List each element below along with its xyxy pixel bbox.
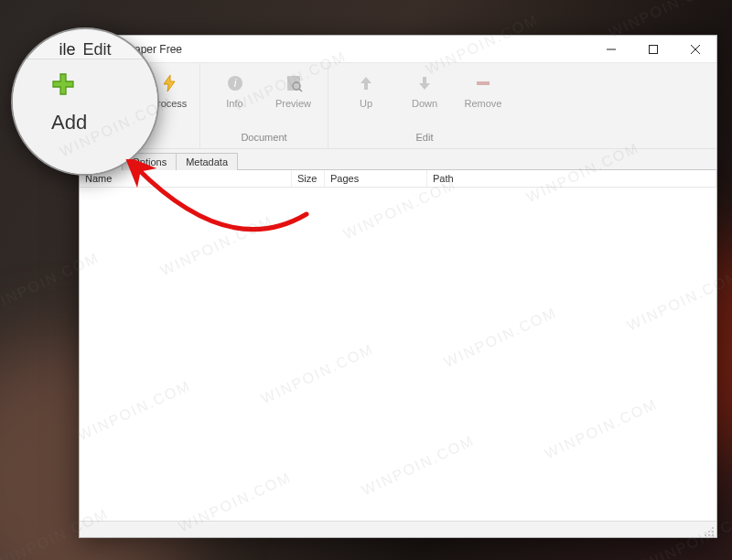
status-bar [80,521,716,537]
svg-point-10 [712,527,714,529]
col-name[interactable]: Name [80,170,292,187]
svg-point-12 [712,531,714,533]
info-label: Info [226,98,242,109]
remove-button[interactable]: Remove [454,72,512,109]
maximize-button[interactable] [632,36,674,63]
app-window: - PDF Shaper Free Add [79,35,717,538]
group-edit-label: Edit [416,128,434,148]
title-bar: - PDF Shaper Free [80,36,716,63]
svg-rect-9 [477,81,490,85]
svg-point-13 [705,534,706,536]
svg-point-15 [712,534,714,536]
mag-menu-edit: Edit [82,40,111,59]
svg-line-8 [299,89,302,92]
col-pages[interactable]: Pages [325,170,427,187]
magnifier-callout: ile Edit Add [11,27,159,176]
svg-rect-1 [650,45,658,53]
info-icon: i [226,74,244,92]
preview-button[interactable]: Preview [264,72,323,109]
minimize-button[interactable] [590,36,632,63]
preview-icon [285,74,303,92]
down-button[interactable]: Down [395,72,454,109]
list-header: Name Size Pages Path [80,169,716,188]
up-label: Up [360,98,372,109]
arrow-up-icon [357,74,375,92]
remove-label: Remove [465,98,502,109]
lightning-icon [160,74,178,92]
minus-icon [474,74,492,92]
mag-add-label: Add [51,111,87,135]
toolbar: Add Process i Info [80,63,716,149]
col-size[interactable]: Size [292,170,325,187]
close-button[interactable] [674,36,716,63]
up-button[interactable]: Up [337,72,395,109]
col-path[interactable]: Path [427,170,716,187]
arrow-down-icon [415,74,434,92]
mag-plus-icon [51,72,75,100]
tab-strip: Files Options Metadata [80,149,716,169]
file-list[interactable] [80,188,716,521]
svg-point-11 [708,531,710,533]
info-button[interactable]: i Info [206,72,264,109]
mag-menu-file: ile [59,40,75,59]
preview-label: Preview [275,98,311,109]
down-label: Down [412,98,437,109]
resize-grip-icon[interactable] [704,524,715,535]
svg-point-14 [708,534,710,536]
group-document-label: Document [241,128,286,148]
tab-metadata[interactable]: Metadata [176,153,238,170]
svg-text:i: i [233,77,236,90]
window-title: PDF Shaper Free [94,43,590,56]
